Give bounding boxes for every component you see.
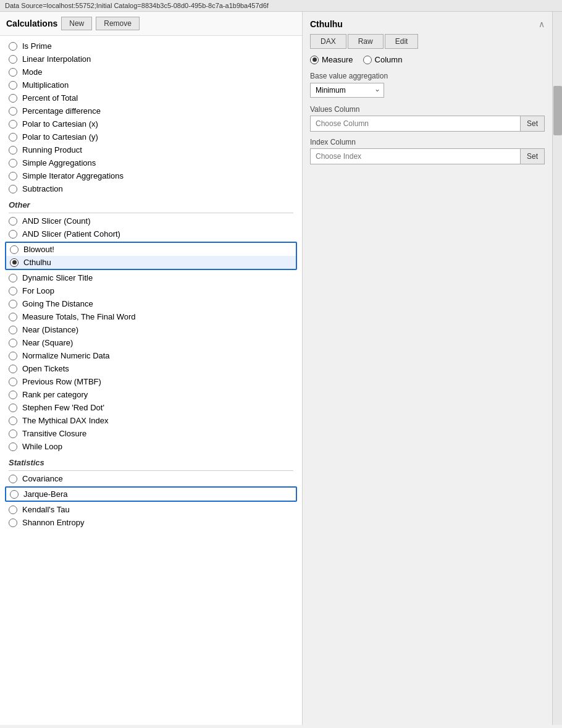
radio-dynamic-slicer — [9, 274, 17, 282]
item-label: AND Slicer (Patient Cohort) — [22, 229, 120, 239]
column-option[interactable]: Column — [363, 55, 403, 64]
list-item[interactable]: Polar to Cartesian (x) — [0, 117, 302, 130]
item-label: Simple Iterator Aggregations — [22, 171, 124, 180]
jarque-bera-group: Jarque-Bera — [5, 486, 297, 502]
index-column-field: Index Column Set — [310, 138, 545, 164]
list-item[interactable]: Simple Aggregations — [0, 156, 302, 169]
item-label: Open Tickets — [22, 364, 69, 373]
list-item[interactable]: Measure Totals, The Final Word — [0, 310, 302, 323]
index-column-label: Index Column — [310, 138, 545, 146]
list-item[interactable]: Multiplication — [0, 78, 302, 91]
list-item[interactable]: Shannon Entropy — [0, 516, 302, 529]
list-item[interactable]: The Mythical DAX Index — [0, 414, 302, 427]
list-item[interactable]: AND Slicer (Patient Cohort) — [0, 227, 302, 240]
item-label: Percentage difference — [22, 106, 101, 116]
values-column-input[interactable] — [310, 116, 521, 132]
list-item[interactable]: AND Slicer (Count) — [0, 214, 302, 227]
aggregation-dropdown-wrapper: Minimum Maximum Average Sum — [310, 83, 384, 98]
dax-tab-button[interactable]: DAX — [310, 34, 346, 49]
radio-open-tickets — [9, 365, 17, 373]
list-item[interactable]: Percentage difference — [0, 104, 302, 117]
tab-button-row: DAX Raw Edit — [310, 34, 545, 49]
list-item[interactable]: Linear Interpolation — [0, 53, 302, 66]
connection-text: Data Source=localhost:55752;Initial Cata… — [5, 2, 269, 9]
connection-bar: Data Source=localhost:55752;Initial Cata… — [0, 0, 562, 12]
radio-simple-aggregations — [9, 159, 17, 167]
list-item[interactable]: Normalize Numeric Data — [0, 349, 302, 362]
measure-column-row: Measure Column — [310, 55, 545, 64]
radio-and-slicer-patient — [9, 230, 17, 239]
list-item[interactable]: Open Tickets — [0, 362, 302, 375]
list-item[interactable]: Near (Distance) — [0, 323, 302, 336]
item-label: Polar to Cartesian (y) — [22, 132, 98, 142]
radio-rank-per-category — [9, 391, 17, 399]
list-item[interactable]: Mode — [0, 66, 302, 78]
radio-covariance — [9, 475, 17, 483]
values-column-label: Values Column — [310, 105, 545, 114]
list-item[interactable]: Stephen Few 'Red Dot' — [0, 401, 302, 414]
list-item-cthulhu[interactable]: Cthulhu — [6, 256, 296, 269]
list-item[interactable]: While Loop — [0, 440, 302, 453]
list-item[interactable]: Previous Row (MTBF) — [0, 375, 302, 388]
values-column-set-button[interactable]: Set — [521, 116, 545, 132]
radio-polar-y — [9, 133, 17, 142]
aggregation-dropdown[interactable]: Minimum Maximum Average Sum — [310, 83, 384, 98]
list-item[interactable]: Blowout! — [6, 243, 296, 256]
item-label: Transitive Closure — [22, 429, 86, 438]
radio-stephen-few — [9, 404, 17, 412]
new-button[interactable]: New — [61, 17, 92, 30]
list-item[interactable]: Dynamic Slicer Title — [0, 271, 302, 284]
item-label: Near (Square) — [22, 338, 73, 347]
radio-normalize — [9, 352, 17, 360]
list-item[interactable]: Near (Square) — [0, 336, 302, 349]
radio-blowout — [10, 245, 19, 254]
item-label: Previous Row (MTBF) — [22, 377, 101, 386]
list-item[interactable]: Rank per category — [0, 388, 302, 401]
right-panel-title: Cthulhu — [310, 17, 343, 29]
right-scrollbar[interactable] — [552, 12, 562, 725]
other-divider — [9, 213, 293, 213]
list-item[interactable]: Simple Iterator Aggregations — [0, 169, 302, 182]
item-label: Covariance — [22, 474, 63, 483]
list-item[interactable]: Subtraction — [0, 182, 302, 195]
list-item[interactable]: Running Product — [0, 143, 302, 156]
index-column-input[interactable] — [310, 148, 521, 164]
item-label: Jarque-Bera — [23, 489, 68, 499]
radio-polar-x — [9, 120, 17, 129]
list-item[interactable]: Percent of Total — [0, 91, 302, 104]
calculations-list: Is Prime Linear Interpolation Mode Multi… — [0, 36, 302, 725]
list-item[interactable]: Polar to Cartesian (y) — [0, 130, 302, 143]
list-item[interactable]: Transitive Closure — [0, 427, 302, 440]
list-item[interactable]: Is Prime — [0, 40, 302, 53]
radio-going-distance — [9, 300, 17, 308]
raw-tab-button[interactable]: Raw — [348, 34, 384, 49]
list-item[interactable]: Covariance — [0, 472, 302, 485]
list-item[interactable]: For Loop — [0, 284, 302, 297]
measure-radio — [310, 56, 319, 64]
edit-tab-button[interactable]: Edit — [385, 34, 419, 49]
radio-previous-row — [9, 378, 17, 386]
scroll-up-arrow[interactable]: ∧ — [539, 17, 545, 29]
radio-cthulhu — [10, 258, 19, 267]
left-panel: Calculations New Remove Is Prime Linear … — [0, 12, 303, 725]
item-label: Blowout! — [23, 245, 54, 254]
list-item[interactable]: Going The Distance — [0, 297, 302, 310]
remove-button[interactable]: Remove — [96, 17, 140, 30]
item-label: Cthulhu — [23, 258, 51, 267]
item-label: Measure Totals, The Final Word — [22, 312, 136, 321]
item-label: Rank per category — [22, 390, 88, 399]
item-label: Near (Distance) — [22, 325, 78, 334]
list-item-jarque-bera[interactable]: Jarque-Bera — [6, 488, 296, 501]
right-panel: Cthulhu ∧ DAX Raw Edit Measure — [303, 12, 562, 725]
item-label: Linear Interpolation — [22, 54, 91, 64]
radio-linear-interpolation — [9, 55, 17, 64]
item-label: For Loop — [22, 286, 54, 295]
column-radio — [363, 56, 372, 64]
index-column-set-button[interactable]: Set — [521, 148, 545, 164]
index-column-input-row: Set — [310, 148, 545, 164]
list-item[interactable]: Kendall's Tau — [0, 503, 302, 516]
radio-subtraction — [9, 185, 17, 193]
panel-header: Calculations New Remove — [0, 12, 302, 36]
radio-shannon-entropy — [9, 518, 17, 527]
measure-option[interactable]: Measure — [310, 55, 353, 64]
